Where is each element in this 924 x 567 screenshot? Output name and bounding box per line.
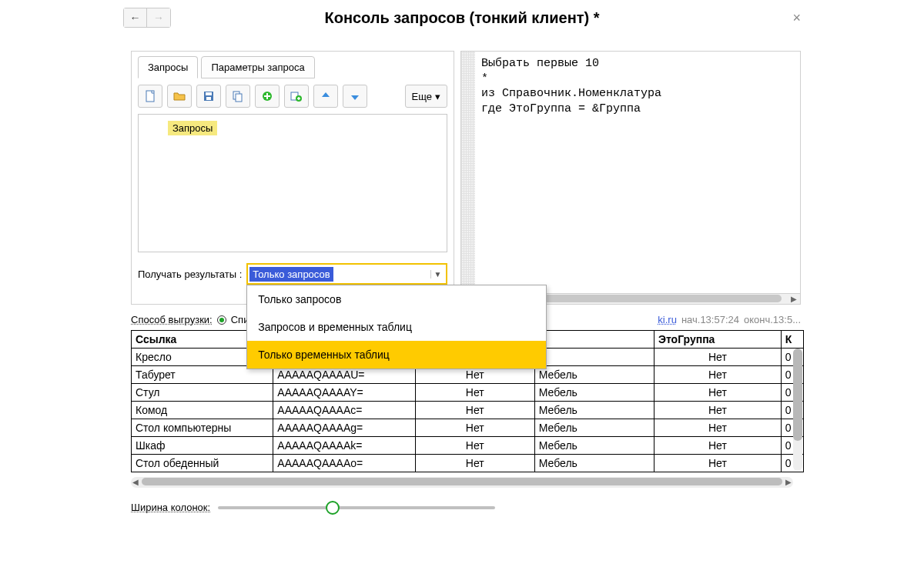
grid-header[interactable]: ЭтоГруппа [654, 331, 781, 349]
close-icon[interactable]: × [792, 11, 801, 25]
more-label: Еще [412, 91, 432, 102]
move-down-icon[interactable] [343, 85, 367, 108]
copy-icon[interactable] [226, 85, 250, 108]
move-up-icon[interactable] [313, 85, 338, 108]
add-icon[interactable] [255, 85, 280, 108]
chevron-down-icon[interactable]: ▼ [430, 270, 444, 278]
grid-header[interactable]: К [781, 331, 803, 349]
scroll-left-icon[interactable]: ◀ [132, 478, 139, 486]
grid-v-scrollbar[interactable] [793, 349, 802, 471]
time-end: оконч.13:5... [744, 314, 801, 325]
dropdown-option[interactable]: Только временных таблиц [247, 341, 546, 369]
tree-area[interactable]: Запросы [138, 114, 447, 252]
column-width-slider[interactable] [218, 506, 495, 509]
scroll-right-icon[interactable]: ▶ [791, 295, 797, 303]
slider-thumb[interactable] [326, 501, 340, 515]
tree-root-node[interactable]: Запросы [168, 121, 217, 135]
code-gutter [461, 52, 475, 293]
svg-rect-5 [236, 94, 242, 102]
window-title: Консоль запросов (тонкий клиент) * [123, 9, 801, 27]
export-radio-list[interactable] [217, 315, 226, 325]
table-row[interactable]: Стол обеденныйAAAAAQAAAAo=НетМебельНет0 [132, 455, 804, 472]
table-row[interactable]: КомодAAAAAQAAAAc=НетМебельНет0 [132, 402, 804, 419]
export-mode-label: Способ выгрузки: [131, 314, 213, 325]
scrollbar-thumb[interactable] [142, 478, 782, 485]
grid-h-scrollbar[interactable]: ◀ ▶ [131, 477, 793, 488]
left-panel: Запросы Параметры запроса [131, 51, 454, 305]
query-text[interactable]: Выбрать первые 10 * из Справочник.Номенк… [475, 52, 800, 293]
open-folder-icon[interactable] [167, 85, 192, 108]
nav-back-button[interactable]: ← [124, 8, 147, 27]
table-row[interactable]: Стол компьютерныAAAAAQAAAAg=НетМебельНет… [132, 419, 804, 437]
link-fragment[interactable]: ki.ru [658, 314, 677, 325]
grid-header[interactable] [534, 331, 654, 349]
tab-requests[interactable]: Запросы [138, 56, 198, 78]
table-row[interactable]: СтулAAAAAQAAAAY=НетМебельНет0 [132, 384, 804, 402]
dropdown-option[interactable]: Только запросов [247, 285, 546, 313]
save-icon[interactable] [196, 85, 221, 108]
tab-params[interactable]: Параметры запроса [201, 56, 314, 78]
result-mode-dropdown: Только запросов Запросов и временных таб… [246, 285, 547, 369]
result-mode-label: Получать результаты : [138, 268, 242, 280]
svg-rect-0 [146, 91, 154, 102]
table-row[interactable]: ШкафAAAAAQAAAAk=НетМебельНет0 [132, 437, 804, 455]
toolbar: Еще ▾ [138, 85, 447, 108]
scrollbar-thumb[interactable] [793, 349, 802, 441]
new-file-icon[interactable] [138, 85, 162, 108]
nav-forward-button[interactable]: → [147, 8, 170, 27]
result-mode-combo[interactable]: Только запросов ▼ Только запросов Запрос… [246, 263, 447, 285]
scroll-right-icon[interactable]: ▶ [785, 478, 792, 486]
svg-rect-3 [206, 97, 211, 100]
svg-rect-2 [206, 92, 212, 95]
more-button[interactable]: Еще ▾ [405, 85, 447, 108]
add-child-icon[interactable] [284, 85, 309, 108]
code-panel: Выбрать первые 10 * из Справочник.Номенк… [460, 51, 801, 305]
chevron-down-icon: ▾ [435, 91, 440, 102]
column-width-label: Ширина колонок: [131, 502, 210, 513]
dropdown-option[interactable]: Запросов и временных таблиц [247, 313, 546, 341]
result-mode-value: Только запросов [249, 267, 333, 282]
time-start: нач.13:57:24 [681, 314, 739, 325]
